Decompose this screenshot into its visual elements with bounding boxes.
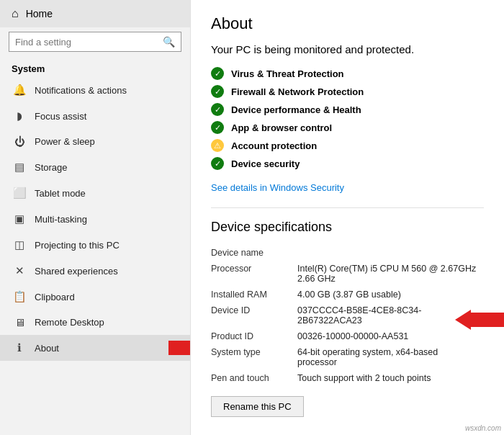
sidebar: ⌂ Home 🔍 System 🔔 Notifications & action… <box>0 0 191 435</box>
sidebar-item-power[interactable]: ⏻ Power & sleep <box>0 129 190 154</box>
security-label: Firewall & Network Protection <box>231 86 364 97</box>
watermark: wsxdn.com <box>465 424 501 432</box>
sidebar-item-label: Power & sleep <box>35 136 95 147</box>
system-section-label: System <box>0 59 190 77</box>
sidebar-item-label: Shared experiences <box>35 266 118 277</box>
spec-value <box>297 245 484 261</box>
status-green-icon: ✓ <box>211 85 224 98</box>
projecting-icon: ◫ <box>12 238 27 251</box>
sidebar-item-notifications[interactable]: 🔔 Notifications & actions <box>0 77 190 103</box>
sidebar-item-storage[interactable]: ▤ Storage <box>0 154 190 180</box>
security-item-device-perf: ✓ Device performance & Health <box>211 103 484 116</box>
spec-value: 64-bit operating system, x64-based proce… <box>297 344 484 370</box>
spec-value: Touch support with 2 touch points <box>297 370 484 386</box>
sidebar-item-label: Multi-tasking <box>35 214 87 225</box>
security-item-device-security: ✓ Device security <box>211 157 484 170</box>
multitasking-icon: ▣ <box>12 212 27 225</box>
remote-icon: 🖥 <box>12 316 27 328</box>
sidebar-item-label: Focus assist <box>35 111 86 122</box>
home-icon: ⌂ <box>12 7 19 20</box>
rename-pc-button[interactable]: Rename this PC <box>211 396 304 417</box>
sidebar-item-label: Storage <box>35 162 68 173</box>
sidebar-item-about[interactable]: ℹ About <box>0 335 190 361</box>
table-row: Device name <box>211 245 484 261</box>
table-row: Installed RAM 4.00 GB (3.87 GB usable) <box>211 287 484 302</box>
sidebar-item-label: Projecting to this PC <box>35 240 120 251</box>
security-label: App & browser control <box>231 122 332 133</box>
clipboard-icon: 📋 <box>12 290 27 303</box>
table-row: System type 64-bit operating system, x64… <box>211 344 484 370</box>
see-details-link[interactable]: See details in Windows Security <box>211 182 344 193</box>
security-item-firewall: ✓ Firewall & Network Protection <box>211 85 484 98</box>
spec-key: Device ID <box>211 302 297 328</box>
status-yellow-icon: ⚠ <box>211 139 224 152</box>
security-item-virus: ✓ Virus & Threat Protection <box>211 67 484 80</box>
sidebar-item-label: Clipboard <box>35 292 75 302</box>
spec-value: 4.00 GB (3.87 GB usable) <box>297 287 484 302</box>
status-green-icon: ✓ <box>211 157 224 170</box>
spec-key: Installed RAM <box>211 287 297 302</box>
monitored-heading: Your PC is being monitored and protected… <box>211 42 484 57</box>
main-content: About Your PC is being monitored and pro… <box>191 0 504 435</box>
about-icon: ℹ <box>12 341 27 354</box>
sidebar-item-projecting[interactable]: ◫ Projecting to this PC <box>0 232 190 258</box>
security-label: Account protection <box>231 140 317 151</box>
home-label: Home <box>26 8 53 19</box>
storage-icon: ▤ <box>12 161 27 174</box>
status-green-icon: ✓ <box>211 67 224 80</box>
notifications-icon: 🔔 <box>12 84 27 97</box>
table-row: Product ID 00326-10000-00000-AA531 <box>211 328 484 344</box>
sidebar-item-label: Remote Desktop <box>35 317 104 328</box>
spec-key: Product ID <box>211 328 297 344</box>
status-green-icon: ✓ <box>211 121 224 134</box>
security-label: Device performance & Health <box>231 104 361 115</box>
table-row: Device ID 037CCCC4-B58E-4CE8-8C34-2B6732… <box>211 302 484 328</box>
spec-value: 037CCCC4-B58E-4CE8-8C34-2B67322ACA23 <box>297 302 484 328</box>
sidebar-item-shared[interactable]: ✕ Shared experiences <box>0 258 190 284</box>
power-icon: ⏻ <box>12 135 27 148</box>
sidebar-item-label: Tablet mode <box>35 188 86 199</box>
sidebar-item-label: Notifications & actions <box>35 85 127 96</box>
spec-table: Device name Processor Intel(R) Core(TM) … <box>211 245 484 386</box>
home-nav-item[interactable]: ⌂ Home <box>0 0 190 27</box>
shared-icon: ✕ <box>12 264 27 277</box>
security-label: Virus & Threat Protection <box>231 68 344 79</box>
page-title: About <box>211 14 484 33</box>
table-row: Processor Intel(R) Core(TM) i5 CPU M 560… <box>211 261 484 287</box>
spec-key: Processor <box>211 261 297 287</box>
security-list: ✓ Virus & Threat Protection ✓ Firewall &… <box>211 67 484 170</box>
sidebar-item-focus[interactable]: ◗ Focus assist <box>0 103 190 129</box>
spec-key: Pen and touch <box>211 370 297 386</box>
spec-key: Device name <box>211 245 297 261</box>
search-icon: 🔍 <box>163 36 175 48</box>
security-item-account: ⚠ Account protection <box>211 139 484 152</box>
spec-value: 00326-10000-00000-AA531 <box>297 328 484 344</box>
sidebar-item-tablet[interactable]: ⬜ Tablet mode <box>0 180 190 206</box>
search-box[interactable]: 🔍 <box>9 32 181 52</box>
sidebar-item-remote[interactable]: 🖥 Remote Desktop <box>0 310 190 335</box>
spec-key: System type <box>211 344 297 370</box>
device-specs-title: Device specifications <box>211 207 484 235</box>
focus-icon: ◗ <box>12 109 27 122</box>
status-green-icon: ✓ <box>211 103 224 116</box>
security-label: Device security <box>231 158 300 169</box>
security-item-app-browser: ✓ App & browser control <box>211 121 484 134</box>
tablet-icon: ⬜ <box>12 187 27 199</box>
sidebar-item-multitasking[interactable]: ▣ Multi-tasking <box>0 206 190 232</box>
table-row: Pen and touch Touch support with 2 touch… <box>211 370 484 386</box>
sidebar-item-label: About <box>35 343 59 354</box>
spec-value: Intel(R) Core(TM) i5 CPU M 560 @ 2.67GHz… <box>297 261 484 287</box>
search-input[interactable] <box>15 37 163 48</box>
sidebar-item-clipboard[interactable]: 📋 Clipboard <box>0 284 190 310</box>
